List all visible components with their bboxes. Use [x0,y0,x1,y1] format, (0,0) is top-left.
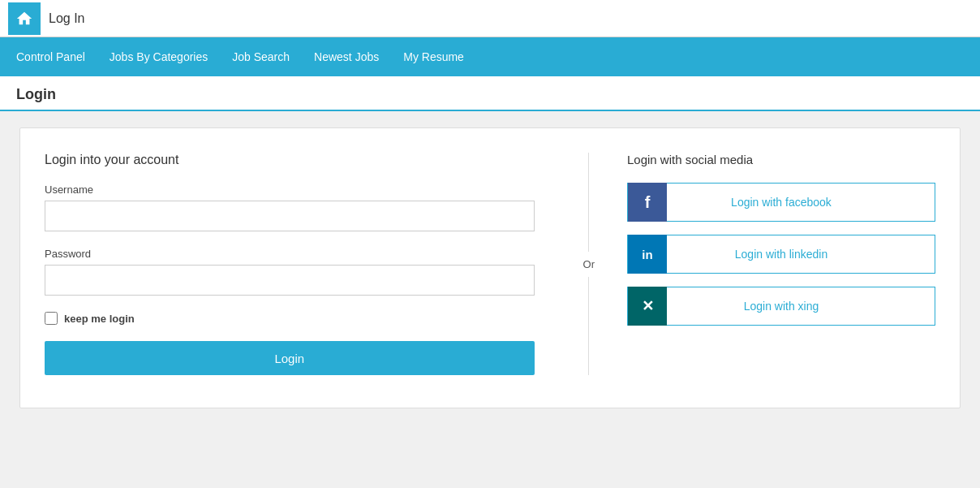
social-login-section: Login with social media f Login with fac… [611,153,935,339]
keep-me-label[interactable]: keep me login [64,313,135,325]
divider-line-bottom [588,277,589,376]
password-group: Password [45,248,535,296]
or-divider: Or [567,153,611,375]
password-label: Password [45,248,535,260]
top-bar: Log In [0,0,980,37]
home-icon[interactable] [8,2,41,35]
keep-me-row: keep me login [45,312,535,325]
nav-bar: Control Panel Jobs By Categories Job Sea… [0,37,980,76]
xing-icon: ✕ [628,287,667,326]
main-content: Login into your account Username Passwor… [0,111,980,485]
nav-newest-jobs[interactable]: Newest Jobs [314,50,379,63]
page-title: Login [16,86,964,103]
facebook-icon: f [628,183,667,222]
xing-login-button[interactable]: ✕ Login with xing [627,287,935,326]
keep-me-checkbox[interactable] [45,312,58,325]
divider-or-text: Or [583,252,595,277]
facebook-login-label: Login with facebook [667,196,935,209]
social-login-title: Login with social media [627,153,935,166]
username-input[interactable] [45,201,535,231]
nav-job-search[interactable]: Job Search [232,50,290,63]
nav-my-resume[interactable]: My Resume [403,50,464,63]
login-card: Login into your account Username Passwor… [19,127,961,408]
login-button[interactable]: Login [45,341,535,375]
nav-control-panel[interactable]: Control Panel [16,50,85,63]
linkedin-login-label: Login with linkedin [667,248,935,261]
username-group: Username [45,184,535,231]
divider-line-top [588,153,589,252]
login-form-section: Login into your account Username Passwor… [45,153,567,375]
linkedin-login-button[interactable]: in Login with linkedin [627,235,935,274]
login-form-title: Login into your account [45,153,535,167]
login-inner: Login into your account Username Passwor… [45,153,935,375]
nav-jobs-by-categories[interactable]: Jobs By Categories [110,50,208,63]
page-heading-container: Login [0,76,980,110]
xing-login-label: Login with xing [667,300,935,313]
facebook-login-button[interactable]: f Login with facebook [627,183,935,222]
username-label: Username [45,184,535,196]
password-input[interactable] [45,265,535,296]
linkedin-icon: in [628,235,667,274]
top-bar-title: Log In [49,11,84,26]
